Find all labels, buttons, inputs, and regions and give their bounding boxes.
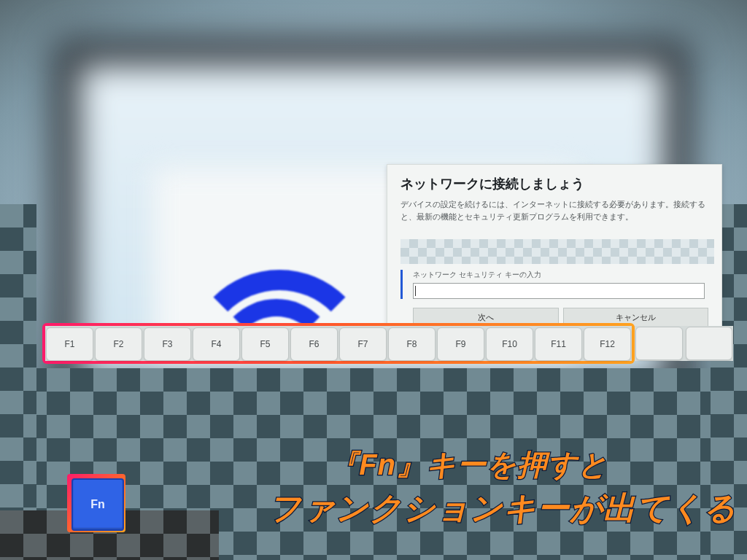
fn-key-highlight: Fn (67, 474, 125, 532)
f9-key[interactable]: F9 (437, 327, 484, 361)
security-key-field-area: ネットワーク セキュリティ キーの入力 (400, 270, 708, 299)
f5-key[interactable]: F5 (241, 327, 289, 361)
extra-key-1[interactable] (635, 327, 683, 360)
f2-key[interactable]: F2 (95, 327, 142, 361)
dialog-description: デバイスの設定を続けるには、インターネットに接続する必要があります。接続すると、… (400, 198, 708, 223)
f7-key[interactable]: F7 (339, 327, 387, 361)
annotation-line-1: 『Fn』キーを押すと (329, 445, 608, 485)
f10-key[interactable]: F10 (486, 327, 533, 361)
function-keys-highlight: F1 F2 F3 F4 F5 F6 F7 F8 F9 F10 F11 F12 (42, 323, 635, 364)
f11-key[interactable]: F11 (535, 327, 582, 361)
extra-key-2[interactable] (686, 327, 733, 360)
security-key-input[interactable] (413, 283, 705, 299)
censor-left (0, 204, 36, 560)
f1-key[interactable]: F1 (46, 327, 93, 361)
f6-key[interactable]: F6 (290, 327, 338, 361)
annotation-line-2: ファンクションキーが出てくる (268, 487, 737, 530)
censor-network-name (400, 239, 714, 264)
fn-key[interactable]: Fn (71, 478, 124, 531)
extra-keys-right (635, 326, 733, 361)
f4-key[interactable]: F4 (193, 327, 240, 361)
security-key-label: ネットワーク セキュリティ キーの入力 (413, 270, 708, 280)
f12-key[interactable]: F12 (584, 327, 631, 361)
f8-key[interactable]: F8 (388, 327, 436, 361)
f3-key[interactable]: F3 (144, 327, 191, 361)
function-keys-row: F1 F2 F3 F4 F5 F6 F7 F8 F9 F10 F11 F12 (45, 326, 632, 361)
dialog-title: ネットワークに接続しましょう (400, 175, 708, 192)
network-setup-dialog: ネットワークに接続しましょう デバイスの設定を続けるには、インターネットに接続す… (387, 164, 722, 330)
